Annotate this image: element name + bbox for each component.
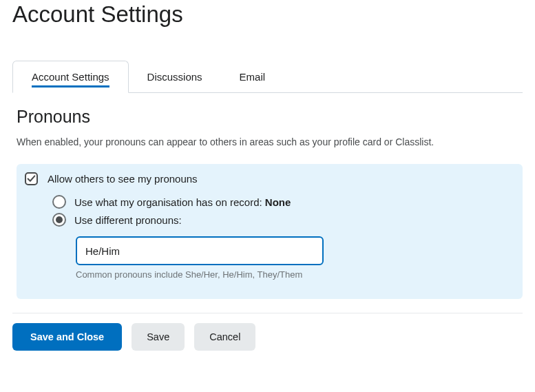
- radio-use-org-label: Use what my organisation has on record: …: [74, 196, 291, 208]
- pronoun-input[interactable]: [76, 236, 324, 265]
- page-title: Account Settings: [12, 1, 523, 28]
- radio-org-value: None: [265, 196, 291, 208]
- tab-label: Email: [240, 71, 266, 83]
- radio-org-prefix: Use what my organisation has on record:: [74, 196, 265, 208]
- tab-label: Discussions: [147, 71, 202, 83]
- tab-email[interactable]: Email: [221, 61, 284, 92]
- pronoun-input-wrap: Common pronouns include She/Her, He/Him,…: [76, 236, 514, 280]
- save-button[interactable]: Save: [132, 323, 185, 351]
- tab-account-settings[interactable]: Account Settings: [12, 61, 129, 93]
- check-icon: [27, 174, 36, 183]
- tab-bar: Account Settings Discussions Email: [12, 61, 523, 93]
- allow-pronouns-row: Allow others to see my pronouns: [25, 172, 514, 185]
- radio-use-custom-label: Use different pronouns:: [74, 214, 182, 226]
- radio-dot-icon: [56, 216, 63, 223]
- tab-discussions[interactable]: Discussions: [129, 61, 221, 92]
- radio-custom-row: Use different pronouns:: [52, 213, 514, 227]
- radio-org-row: Use what my organisation has on record: …: [52, 195, 514, 209]
- footer-action-bar: Save and Close Save Cancel: [12, 313, 523, 358]
- tab-label: Account Settings: [32, 71, 109, 83]
- pronouns-heading: Pronouns: [17, 107, 523, 127]
- pronoun-radio-group: Use what my organisation has on record: …: [52, 195, 514, 227]
- pronoun-hint: Common pronouns include She/Her, He/Him,…: [76, 269, 514, 280]
- pronouns-settings-box: Allow others to see my pronouns Use what…: [17, 164, 523, 299]
- save-and-close-button[interactable]: Save and Close: [12, 323, 122, 351]
- allow-pronouns-label: Allow others to see my pronouns: [48, 173, 198, 185]
- radio-use-custom[interactable]: [52, 213, 66, 227]
- pronouns-description: When enabled, your pronouns can appear t…: [17, 136, 523, 147]
- radio-use-org[interactable]: [52, 195, 66, 209]
- tab-active-underline: [32, 85, 109, 87]
- allow-pronouns-checkbox[interactable]: [25, 172, 38, 185]
- cancel-button[interactable]: Cancel: [194, 323, 255, 351]
